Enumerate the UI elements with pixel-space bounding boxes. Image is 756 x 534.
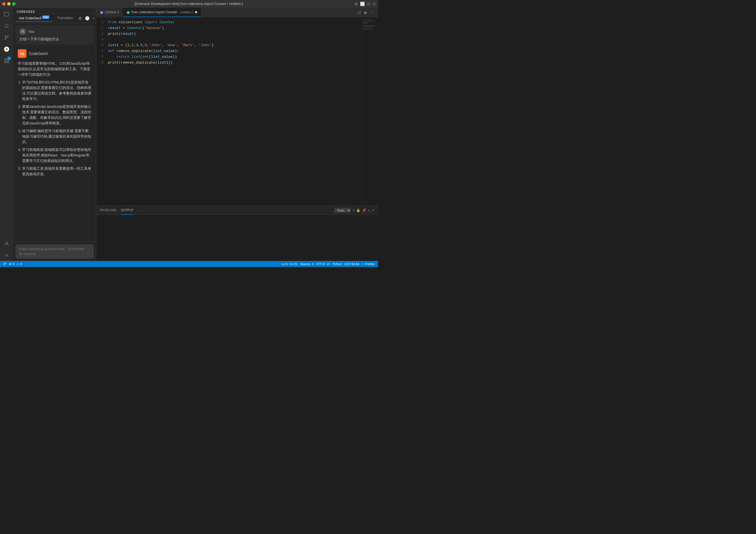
error-status[interactable]: ⊗ 0 bbox=[8, 262, 15, 266]
line-ending-status[interactable]: LF bbox=[325, 262, 331, 266]
beta-badge: beta bbox=[42, 15, 49, 19]
codegeex-list: 学习HTML和CSS:HTML和CSS是前端开发的基础知识,需要掌握它们的语法、… bbox=[18, 80, 92, 177]
title-bar-right: ⊞ ⬜ ⊟ ⊡ bbox=[355, 2, 376, 6]
code-line-5: 5list1 = [1,2,3,3,4,'John', 'Ana', 'Mark… bbox=[96, 42, 362, 48]
line-content: def remove_duplicate(list_value): bbox=[108, 48, 357, 54]
codegeex-list-item-4: 学习前端框架:前端框架可以帮助你更快地开发应用程序,例如React、Vue.js… bbox=[22, 147, 92, 164]
cursor-position-text: Ln 8, Col 31 bbox=[282, 262, 298, 266]
settings-icon[interactable] bbox=[1, 250, 12, 261]
minimize-button[interactable] bbox=[7, 2, 11, 6]
panel-tab-actions: Tasks ≡ 🔒 📌 ∧ ✕ bbox=[334, 208, 375, 213]
pin-panel-icon[interactable]: 📌 bbox=[362, 208, 366, 212]
panel-tabbar: PROBLEMS OUTPUT ... Tasks ≡ 🔒 📌 ∧ ✕ bbox=[96, 206, 378, 215]
spaces-status[interactable]: Spaces: 4 bbox=[299, 262, 315, 266]
codegeex-content: 学习前端需要掌握HTML、CSS和JavaScript等基础知识,以及常见的前端… bbox=[18, 61, 92, 177]
git-branch-status[interactable] bbox=[2, 262, 8, 266]
line-content: list1 = [1,2,3,3,4,'John', 'Ana', 'Mark'… bbox=[108, 42, 357, 48]
warning-icon: ⚠ bbox=[16, 262, 19, 266]
tab-label-active: from collections import Counter bbox=[131, 10, 177, 14]
tab-icon-active: ⬤ bbox=[127, 11, 130, 14]
editor-tab-active[interactable]: ⬤ from collections import Counter Untitl… bbox=[123, 8, 201, 17]
svg-point-8 bbox=[6, 242, 8, 244]
account-icon[interactable] bbox=[1, 238, 12, 249]
editor-tab-actions: ⊡ ▶ ⋯ bbox=[357, 8, 378, 17]
prettier-status[interactable]: ✓ Prettier bbox=[360, 262, 376, 266]
title-bar-controls bbox=[2, 2, 15, 6]
code-line-1: 1from collections import Counter bbox=[96, 20, 362, 25]
layout-icon[interactable]: ⊞ bbox=[355, 2, 358, 6]
line-content: print(remove_duplicate(list1)) bbox=[108, 60, 357, 66]
close-panel-icon[interactable]: ✕ bbox=[372, 208, 375, 212]
encoding-text: UTF-8 bbox=[316, 262, 324, 266]
extensions-icon[interactable]: 1 bbox=[1, 55, 12, 66]
codegeex-intro: 学习前端需要掌握HTML、CSS和JavaScript等基础知识,以及常见的前端… bbox=[18, 61, 92, 77]
svg-point-9 bbox=[6, 255, 8, 256]
status-bar: ⊗ 0 ⚠ 0 Ln 8, Col 31 Spaces: 4 UTF-8 LF … bbox=[0, 261, 378, 267]
input-box[interactable]: ↩ bbox=[15, 244, 94, 259]
warning-status[interactable]: ⚠ 0 bbox=[15, 262, 23, 266]
editor-tab-untitled2[interactable]: ⬤ Untitled-2 bbox=[96, 8, 123, 17]
send-icon[interactable]: ↩ bbox=[87, 252, 91, 256]
code-line-6: 6def remove_duplicate(list_value): bbox=[96, 48, 362, 54]
codegeex-message: CG CodeGeeX 学习前端需要掌握HTML、CSS和JavaScript等… bbox=[15, 48, 94, 180]
explorer-icon[interactable] bbox=[1, 9, 12, 20]
tab-translation[interactable]: Translation bbox=[54, 15, 77, 21]
sidebar-header: CODEGEEX bbox=[13, 8, 96, 13]
cursor-position-status[interactable]: Ln 8, Col 31 bbox=[281, 262, 299, 266]
python-version-status[interactable]: 3.8.9 64-bit bbox=[343, 262, 360, 266]
codegeex-activity-icon[interactable] bbox=[1, 44, 12, 55]
language-status[interactable]: Python bbox=[331, 262, 343, 266]
panel-tab-output[interactable]: OUTPUT bbox=[121, 206, 133, 215]
close-button[interactable] bbox=[2, 2, 6, 6]
sidebar-tabs-row: Ask CodeGeeXbeta Translation 🗑 🕐 + bbox=[13, 13, 96, 23]
delete-chat-icon[interactable]: 🗑 bbox=[78, 15, 83, 21]
tab-icon-untitled2: ⬤ bbox=[100, 11, 103, 14]
tasks-dropdown[interactable]: Tasks bbox=[334, 208, 351, 213]
history-icon[interactable]: 🕐 bbox=[84, 15, 90, 21]
line-content: from collections import Counter bbox=[108, 20, 357, 25]
main-container: 1 CODEGEEX Ask CodeGeeXbeta Translat bbox=[0, 8, 378, 261]
run-code-icon[interactable]: ▶ bbox=[363, 10, 368, 15]
panel-tab-problems[interactable]: PROBLEMS bbox=[99, 206, 117, 215]
svg-point-0 bbox=[5, 24, 8, 27]
lock-panel-icon[interactable]: 🔒 bbox=[356, 208, 360, 212]
code-line-4: 4 bbox=[96, 37, 362, 42]
line-content: result = Counter('banana') bbox=[108, 25, 357, 31]
codegeex-list-item-2: 掌握JavaScript:JavaScript是前端开发的核心技术,需要掌握它的… bbox=[22, 104, 92, 126]
editor-tabbar: ⬤ Untitled-2 ⬤ from collections import C… bbox=[96, 8, 378, 17]
maximize-button[interactable] bbox=[12, 2, 15, 6]
svg-text:CG: CG bbox=[20, 52, 24, 56]
more-tab-actions-icon[interactable]: ⋯ bbox=[370, 10, 376, 15]
line-ending-text: LF bbox=[327, 262, 330, 266]
codegeex-list-item-5: 学习前端工具:前端开发需要使用一些工具来更高效地开发, bbox=[22, 166, 92, 177]
code-editor[interactable]: 1from collections import Counter2result … bbox=[96, 17, 362, 206]
svg-point-14 bbox=[4, 264, 4, 265]
new-chat-icon[interactable]: + bbox=[92, 15, 95, 21]
encoding-status[interactable]: UTF-8 bbox=[315, 262, 325, 266]
svg-rect-4 bbox=[5, 59, 6, 61]
spaces-text: Spaces: 4 bbox=[300, 262, 313, 266]
list-view-panel-icon[interactable]: ≡ bbox=[353, 208, 355, 212]
code-line-3: 3print(result) bbox=[96, 31, 362, 37]
search-icon[interactable] bbox=[1, 20, 12, 32]
panel-tab-more[interactable]: ... bbox=[138, 206, 140, 215]
more-layout-icon[interactable]: ⊡ bbox=[372, 2, 376, 6]
bottom-panel: PROBLEMS OUTPUT ... Tasks ≡ 🔒 📌 ∧ ✕ bbox=[96, 206, 378, 261]
split-editor-icon[interactable]: ⊡ bbox=[357, 10, 362, 15]
tab-label-untitled2: Untitled-2 bbox=[105, 10, 119, 14]
line-number: 5 bbox=[96, 42, 108, 48]
user-message-text: 介绍一下学习前端的方法 bbox=[19, 37, 90, 42]
line-number: 4 bbox=[96, 37, 108, 42]
editor-body: 1from collections import Counter2result … bbox=[96, 17, 378, 206]
split-layout-icon[interactable]: ⊟ bbox=[367, 2, 370, 6]
codegeex-logo: CG bbox=[18, 49, 27, 58]
collapse-panel-icon[interactable]: ∧ bbox=[368, 208, 370, 212]
panel-layout-icon[interactable]: ⬜ bbox=[360, 2, 365, 6]
error-count: 0 bbox=[13, 262, 14, 266]
source-control-icon[interactable] bbox=[1, 32, 12, 43]
status-right: Ln 8, Col 31 Spaces: 4 UTF-8 LF Python 3… bbox=[281, 262, 376, 266]
tab-ask-codegeex[interactable]: Ask CodeGeeXbeta bbox=[15, 14, 53, 22]
chat-input[interactable] bbox=[19, 247, 85, 256]
tab-actions: 🗑 🕐 + bbox=[78, 15, 95, 21]
line-number: 3 bbox=[96, 31, 108, 37]
